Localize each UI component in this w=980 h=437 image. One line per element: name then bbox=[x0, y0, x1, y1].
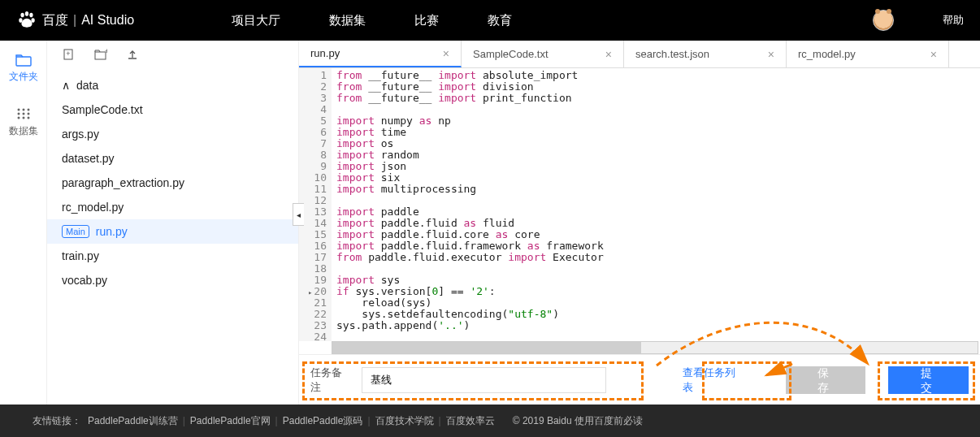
baidu-paw-icon bbox=[16, 10, 37, 31]
svg-point-7 bbox=[22, 109, 24, 111]
view-task-list-link[interactable]: 查看任务列表 bbox=[683, 366, 742, 395]
editor-area: ◂ run.py×SampleCode.txt×search.test.json… bbox=[299, 41, 980, 405]
logo[interactable]: 百度 | AI Studio bbox=[16, 10, 134, 31]
tree-file[interactable]: paragraph_extraction.py bbox=[47, 171, 298, 195]
brand-aistudio: AI Studio bbox=[81, 13, 134, 28]
task-note-input[interactable] bbox=[362, 367, 606, 393]
nav-competition[interactable]: 比赛 bbox=[414, 13, 439, 28]
submit-button[interactable]: 提 交 bbox=[888, 366, 969, 394]
svg-point-1 bbox=[25, 11, 28, 16]
tab-close-icon[interactable]: × bbox=[605, 48, 612, 61]
footer-label: 友情链接： bbox=[33, 414, 81, 428]
task-note-label: 任务备注 bbox=[310, 366, 350, 395]
tab-close-icon[interactable]: × bbox=[443, 47, 449, 60]
new-folder-icon[interactable]: + bbox=[94, 49, 107, 60]
svg-point-2 bbox=[29, 13, 33, 18]
code-content[interactable]: from __future__ import absolute_importfr… bbox=[332, 68, 980, 341]
main-badge: Main bbox=[62, 225, 89, 238]
svg-point-11 bbox=[27, 113, 29, 115]
nav-projects[interactable]: 项目大厅 bbox=[232, 13, 280, 28]
code-editor[interactable]: 123456789101112131415161718192021222324 … bbox=[299, 68, 980, 341]
tab-close-icon[interactable]: × bbox=[768, 48, 774, 61]
footer-copyright: © 2019 Baidu 使用百度前必读 bbox=[513, 414, 643, 428]
svg-point-10 bbox=[22, 113, 24, 115]
footer-link[interactable]: 百度技术学院 bbox=[375, 415, 434, 426]
editor-tab[interactable]: rc_model.py× bbox=[787, 41, 949, 67]
rail-files[interactable]: 文件夹 bbox=[9, 54, 38, 84]
svg-point-3 bbox=[19, 18, 22, 23]
footer-link[interactable]: PaddlePaddle官网 bbox=[190, 415, 271, 426]
panel-collapse-handle[interactable]: ◂ bbox=[293, 203, 304, 226]
svg-point-12 bbox=[17, 117, 20, 119]
svg-text:+: + bbox=[105, 49, 107, 55]
svg-point-6 bbox=[17, 109, 20, 111]
svg-point-9 bbox=[17, 113, 20, 115]
left-rail: 文件夹 数据集 bbox=[0, 41, 47, 405]
svg-point-0 bbox=[20, 13, 24, 18]
file-panel: + + ∧data SampleCode.txt args.py dataset… bbox=[47, 41, 299, 405]
tree-file[interactable]: rc_model.py bbox=[47, 195, 298, 219]
svg-point-13 bbox=[22, 117, 24, 119]
nav-datasets[interactable]: 数据集 bbox=[329, 13, 366, 28]
horizontal-scrollbar[interactable] bbox=[332, 341, 978, 354]
tree-folder-data[interactable]: ∧data bbox=[47, 73, 298, 97]
tree-file[interactable]: SampleCode.txt bbox=[47, 97, 298, 122]
user-avatar[interactable] bbox=[873, 10, 894, 31]
tree-file-main[interactable]: Mainrun.py bbox=[47, 219, 298, 244]
file-toolbar: + + bbox=[47, 41, 298, 68]
footer-link[interactable]: PaddlePaddle源码 bbox=[283, 415, 363, 426]
nav-help[interactable]: 帮助 bbox=[943, 13, 964, 28]
upload-icon[interactable] bbox=[127, 49, 138, 60]
main-nav: 项目大厅 数据集 比赛 教育 bbox=[232, 13, 512, 28]
file-tree: ∧data SampleCode.txt args.py dataset.py … bbox=[47, 68, 298, 297]
tree-file[interactable]: train.py bbox=[47, 244, 298, 268]
top-nav: 百度 | AI Studio 项目大厅 数据集 比赛 教育 帮助 bbox=[0, 0, 980, 41]
editor-tab[interactable]: search.test.json× bbox=[624, 41, 787, 67]
editor-tab[interactable]: SampleCode.txt× bbox=[462, 41, 624, 67]
line-gutter: 123456789101112131415161718192021222324 bbox=[299, 68, 332, 341]
footer-link[interactable]: PaddlePaddle训练营 bbox=[88, 415, 178, 426]
tree-file[interactable]: dataset.py bbox=[47, 146, 298, 171]
brand-baidu: 百度 bbox=[42, 12, 68, 29]
tab-close-icon[interactable]: × bbox=[930, 48, 937, 61]
editor-tab[interactable]: run.py× bbox=[299, 41, 462, 67]
save-button[interactable]: 保 存 bbox=[786, 366, 866, 394]
svg-text:+: + bbox=[66, 50, 70, 58]
folder-icon bbox=[15, 54, 32, 67]
nav-education[interactable]: 教育 bbox=[488, 13, 512, 28]
tree-file[interactable]: args.py bbox=[47, 122, 298, 146]
dataset-icon bbox=[15, 106, 32, 121]
svg-point-14 bbox=[27, 117, 29, 119]
svg-rect-5 bbox=[16, 57, 31, 66]
rail-datasets[interactable]: 数据集 bbox=[9, 106, 38, 138]
footer: 友情链接： PaddlePaddle训练营|PaddlePaddle官网|Pad… bbox=[0, 405, 980, 437]
footer-link[interactable]: 百度效率云 bbox=[446, 415, 495, 426]
editor-tabs: run.py×SampleCode.txt×search.test.json×r… bbox=[299, 41, 980, 68]
svg-point-8 bbox=[27, 109, 29, 111]
submit-bar: 任务备注 查看任务列表 保 存 提 交 bbox=[299, 354, 980, 405]
svg-point-4 bbox=[31, 18, 34, 23]
new-file-icon[interactable]: + bbox=[63, 49, 75, 60]
tree-file[interactable]: vocab.py bbox=[47, 268, 298, 292]
